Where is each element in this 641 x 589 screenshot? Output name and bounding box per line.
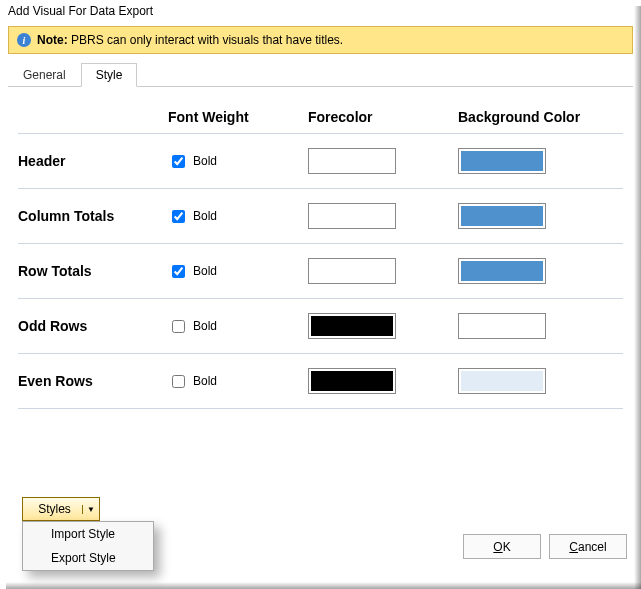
tab-style[interactable]: Style <box>81 63 138 87</box>
note-bar: i Note: PBRS can only interact with visu… <box>8 26 633 54</box>
bold-toggle[interactable]: Bold <box>168 152 308 171</box>
bgcolor-swatch[interactable] <box>458 258 546 284</box>
bgcolor-swatch[interactable] <box>458 203 546 229</box>
ok-button[interactable]: OK <box>463 534 541 559</box>
bold-checkbox[interactable] <box>172 375 185 388</box>
forecolor-swatch[interactable] <box>308 313 396 339</box>
chevron-down-icon: ▼ <box>82 505 99 514</box>
bgcolor-swatch[interactable] <box>458 368 546 394</box>
bold-label: Bold <box>193 374 217 388</box>
style-row: Even RowsBold <box>18 354 623 409</box>
forecolor-swatch[interactable] <box>308 203 396 229</box>
bold-label: Bold <box>193 154 217 168</box>
bold-checkbox[interactable] <box>172 265 185 278</box>
bold-checkbox[interactable] <box>172 155 185 168</box>
dialog-title: Add Visual For Data Export <box>0 0 641 22</box>
col-bgcolor: Background Color <box>458 109 608 125</box>
col-forecolor: Forecolor <box>308 109 458 125</box>
row-label: Column Totals <box>18 208 168 224</box>
style-row: Column TotalsBold <box>18 189 623 244</box>
info-icon: i <box>17 33 31 47</box>
bold-toggle[interactable]: Bold <box>168 372 308 391</box>
bold-checkbox[interactable] <box>172 320 185 333</box>
bold-label: Bold <box>193 264 217 278</box>
bold-checkbox[interactable] <box>172 210 185 223</box>
row-label: Odd Rows <box>18 318 168 334</box>
forecolor-swatch[interactable] <box>308 368 396 394</box>
forecolor-swatch[interactable] <box>308 148 396 174</box>
col-font-weight: Font Weight <box>168 109 308 125</box>
styles-dropdown-menu: Import Style Export Style <box>22 521 154 571</box>
forecolor-swatch[interactable] <box>308 258 396 284</box>
bgcolor-swatch[interactable] <box>458 313 546 339</box>
row-label: Even Rows <box>18 373 168 389</box>
note-text: Note: PBRS can only interact with visual… <box>37 33 343 47</box>
menu-export-style[interactable]: Export Style <box>23 546 153 570</box>
bold-toggle[interactable]: Bold <box>168 262 308 281</box>
style-panel: Font Weight Forecolor Background Color H… <box>0 87 641 423</box>
styles-dropdown-button[interactable]: Styles ▼ <box>22 497 100 521</box>
bold-toggle[interactable]: Bold <box>168 207 308 226</box>
style-row: Row TotalsBold <box>18 244 623 299</box>
bold-label: Bold <box>193 319 217 333</box>
cancel-button[interactable]: Cancel <box>549 534 627 559</box>
bgcolor-swatch[interactable] <box>458 148 546 174</box>
row-label: Row Totals <box>18 263 168 279</box>
style-row: Odd RowsBold <box>18 299 623 354</box>
row-label: Header <box>18 153 168 169</box>
menu-import-style[interactable]: Import Style <box>23 522 153 546</box>
bold-toggle[interactable]: Bold <box>168 317 308 336</box>
tab-general[interactable]: General <box>8 63 81 87</box>
style-row: HeaderBold <box>18 134 623 189</box>
bold-label: Bold <box>193 209 217 223</box>
